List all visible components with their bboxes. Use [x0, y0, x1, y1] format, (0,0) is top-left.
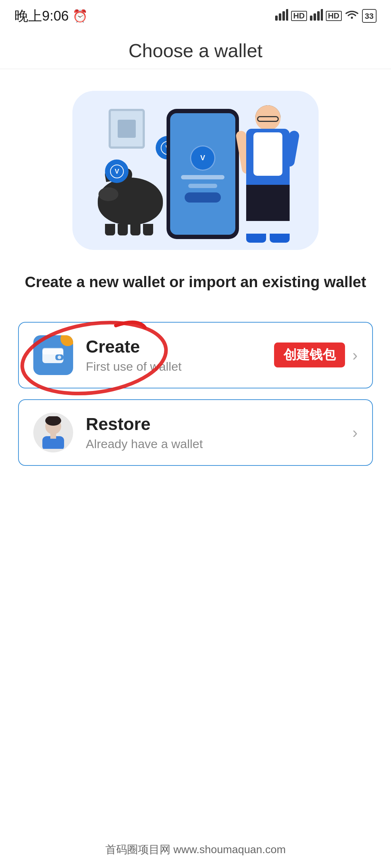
- svg-point-18: [58, 356, 61, 359]
- svg-rect-7: [321, 9, 323, 21]
- svg-rect-5: [314, 13, 316, 21]
- status-time: 晚上9:06: [14, 7, 69, 25]
- create-card-wrapper: Create First use of wallet 创建钱包 ›: [18, 322, 373, 388]
- footer-watermark: 首码圈项目网 www.shoumaquan.com: [0, 842, 391, 857]
- restore-wallet-icon-area: [33, 413, 73, 452]
- svg-rect-3: [286, 9, 288, 21]
- create-wallet-icon-area: [33, 335, 73, 375]
- svg-rect-4: [310, 16, 312, 21]
- svg-rect-6: [317, 11, 320, 21]
- svg-text:V: V: [114, 168, 119, 175]
- status-icons: HD HD 33: [275, 9, 377, 23]
- person-avatar-icon: [39, 416, 68, 449]
- wallet-icon-bg: [33, 335, 73, 375]
- hero-section: V V V: [0, 69, 391, 264]
- subtitle-section: Create a new wallet or import an existin…: [0, 264, 391, 315]
- create-wallet-title: Create: [86, 337, 274, 357]
- signal-icon-2: [310, 9, 323, 23]
- create-wallet-badge[interactable]: 创建钱包: [274, 342, 345, 367]
- cards-section: Create First use of wallet 创建钱包 ›: [0, 315, 391, 480]
- hero-subtitle: Create a new wallet or import an existin…: [22, 272, 369, 293]
- signal-icon-1: [275, 9, 288, 23]
- restore-wallet-subtitle: Already have a wallet: [86, 437, 352, 451]
- clock-icon: ⏰: [72, 9, 88, 23]
- svg-rect-0: [275, 16, 278, 21]
- svg-rect-22: [50, 434, 56, 439]
- hero-illustration: V V V: [72, 91, 319, 250]
- restore-wallet-text: Restore Already have a wallet: [86, 414, 352, 451]
- create-chevron-icon: ›: [352, 346, 358, 364]
- svg-rect-1: [279, 13, 281, 21]
- frame-decoration: [109, 109, 145, 149]
- wallet-icon-svg: [42, 345, 65, 365]
- phone-illustration: V: [167, 109, 239, 239]
- coin-on-piggy: V: [105, 159, 129, 183]
- wifi-icon: [345, 9, 359, 23]
- person-icon-bg: [33, 413, 73, 452]
- svg-text:V: V: [200, 154, 205, 162]
- page-header: Choose a wallet: [0, 29, 391, 69]
- piggy-bank-illustration: [94, 178, 167, 235]
- restore-chevron-icon: ›: [352, 424, 358, 442]
- restore-wallet-title: Restore: [86, 414, 352, 434]
- restore-wallet-card[interactable]: Restore Already have a wallet ›: [18, 399, 373, 466]
- status-bar: 晚上9:06 ⏰ HD HD 33: [0, 0, 391, 29]
- create-wallet-text: Create First use of wallet: [86, 337, 274, 374]
- svg-rect-2: [282, 11, 285, 21]
- svg-rect-16: [42, 348, 63, 354]
- battery-icon: 33: [362, 9, 377, 23]
- hd-badge-1: HD: [291, 11, 307, 21]
- person-illustration: [239, 105, 297, 243]
- create-wallet-card[interactable]: Create First use of wallet 创建钱包 ›: [18, 322, 373, 388]
- create-wallet-subtitle: First use of wallet: [86, 359, 274, 374]
- hd-badge-2: HD: [326, 11, 342, 21]
- page-title: Choose a wallet: [0, 40, 391, 61]
